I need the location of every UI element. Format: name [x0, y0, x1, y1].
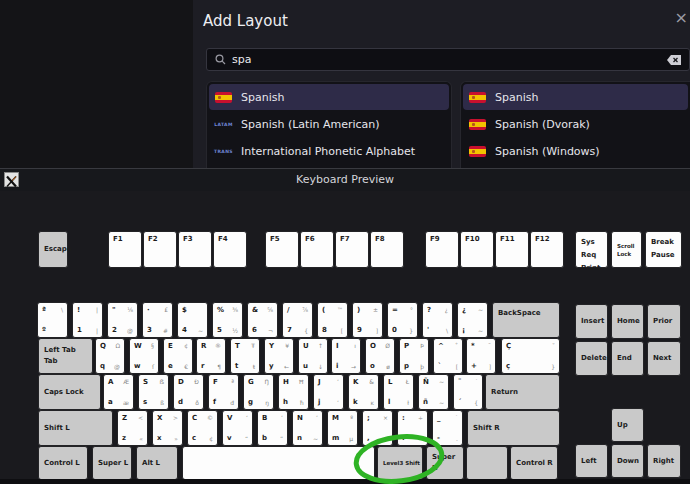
- key-return: Return: [485, 374, 560, 410]
- key-9: )±9]: [352, 302, 383, 338]
- key-label: ¿: [445, 306, 448, 313]
- key-label: Þ: [420, 342, 424, 349]
- key-c: C©c¢: [187, 410, 218, 446]
- key-label: =: [392, 306, 398, 314]
- key-label: {: [474, 399, 478, 406]
- key-s: Sẞsß: [138, 374, 169, 410]
- layout-option[interactable]: Spanish: [209, 84, 449, 110]
- key-label: ħ: [300, 399, 304, 406]
- key-label: ): [357, 306, 360, 314]
- key-label: ø: [386, 363, 390, 370]
- key-label: v: [227, 434, 232, 442]
- layout-option[interactable]: LATAMSpanish (Latin American): [209, 111, 449, 137]
- key-label: !: [77, 306, 80, 314]
- key-n: Nʼn~: [292, 410, 323, 446]
- key-g: GŊgŋ: [243, 374, 274, 410]
- key-label: ẞ: [159, 378, 164, 385]
- key-label: *: [471, 342, 475, 350]
- key-d: DÐdð: [173, 374, 204, 410]
- key-tab: Left TabTab: [38, 338, 93, 374]
- key-label: -: [437, 434, 440, 442]
- key-label: ʼ: [337, 399, 339, 406]
- key-label: ¥: [285, 342, 289, 349]
- key-label: Y: [269, 342, 274, 350]
- layout-option-label: Spanish (Dvorak): [495, 118, 590, 131]
- key-label: t: [235, 362, 238, 370]
- layout-option[interactable]: TRANSInternational Phonetic Alphabet: [209, 138, 449, 164]
- key-label: ,: [367, 434, 370, 442]
- key-label-lines: Level3 Shift: [378, 447, 422, 479]
- key-q: QΩq@: [95, 338, 125, 374]
- key-label: ": [112, 306, 116, 314]
- key-label: Ŧ: [251, 342, 255, 349]
- key-label: ?: [427, 306, 431, 314]
- key-label: Right: [653, 456, 680, 467]
- key-5: %⅜5½: [212, 302, 243, 338]
- key-label-lines: Return: [486, 375, 559, 409]
- key-up: Up: [611, 408, 644, 442]
- key-label-lines: ScrollLock: [612, 232, 641, 267]
- key-label: 8: [322, 326, 327, 334]
- clear-search-icon[interactable]: [667, 55, 681, 65]
- key-label-lines: Delete: [576, 342, 607, 375]
- key-backspace: BackSpace: [492, 302, 560, 338]
- key-label: Ω: [115, 342, 120, 349]
- key-label: F12: [535, 235, 550, 243]
- layout-option[interactable]: Spanish: [463, 84, 688, 110]
- key-label: ”: [280, 435, 283, 442]
- key-label: Level3 Shift: [383, 459, 422, 467]
- layout-option[interactable]: Spanish (Windows): [463, 138, 688, 164]
- key-label: Escape: [44, 244, 67, 255]
- key-label: «: [139, 435, 143, 442]
- key-label: ˙: [420, 435, 423, 442]
- key-label: ~: [478, 327, 483, 334]
- key-label: Ŋ: [265, 378, 270, 385]
- key-label: F10: [465, 235, 480, 243]
- key-label: n: [297, 434, 302, 442]
- key-label: º: [42, 326, 46, 334]
- key-label-lines: Down: [612, 445, 643, 477]
- key-end: End: [611, 341, 644, 376]
- key-label: u: [303, 362, 308, 370]
- key-label: »: [174, 435, 178, 442]
- dialog-title: Add Layout: [203, 12, 288, 30]
- search-input[interactable]: [232, 53, 661, 66]
- key-label: ×: [383, 414, 388, 421]
- close-icon[interactable]: ×: [675, 10, 688, 26]
- key-label: ˙: [475, 378, 478, 385]
- key-label: £: [164, 306, 168, 313]
- key-label: .: [402, 434, 405, 442]
- spain-flag-icon: [215, 92, 232, 103]
- key-label: Pause: [651, 249, 681, 262]
- key-i: Iıi→: [331, 338, 361, 374]
- key-f: Fªfđ: [208, 374, 239, 410]
- key-label: đ: [230, 399, 234, 406]
- key-label: f: [213, 398, 216, 406]
- key-f4: F4: [213, 231, 247, 268]
- key-label: End: [617, 353, 643, 364]
- spain-flag-icon: [469, 146, 486, 157]
- key-f11: F11: [495, 231, 529, 268]
- key-label: ˚: [455, 342, 458, 349]
- key-label: }: [551, 363, 555, 370]
- key-label: q: [100, 362, 105, 370]
- key-label-lines: BackSpace: [493, 303, 559, 337]
- search-icon: [215, 54, 226, 65]
- layout-option[interactable]: Spanish (Dvorak): [463, 111, 688, 137]
- key-label: Prior: [653, 316, 680, 327]
- key-label: ‘: [246, 414, 248, 421]
- key-label-lines: Caps Lock: [39, 375, 100, 409]
- layout-text-badge-icon: TRANS: [215, 146, 232, 157]
- key-label: ½: [232, 327, 238, 334]
- key-label: ~: [478, 306, 483, 313]
- key-label: K: [353, 378, 358, 386]
- key-label: h: [283, 398, 288, 406]
- key-label: ª: [42, 306, 46, 314]
- key-label-lines: Next: [648, 342, 680, 375]
- key-m: Mºmµ: [327, 410, 358, 446]
- key-label-lines: Home: [612, 305, 643, 338]
- layout-column-left: SpanishLATAMSpanish (Latin American)TRAN…: [206, 81, 452, 170]
- key-label: ©: [207, 414, 213, 421]
- key-label-lines: Up: [612, 409, 643, 441]
- key-label: x: [157, 434, 162, 442]
